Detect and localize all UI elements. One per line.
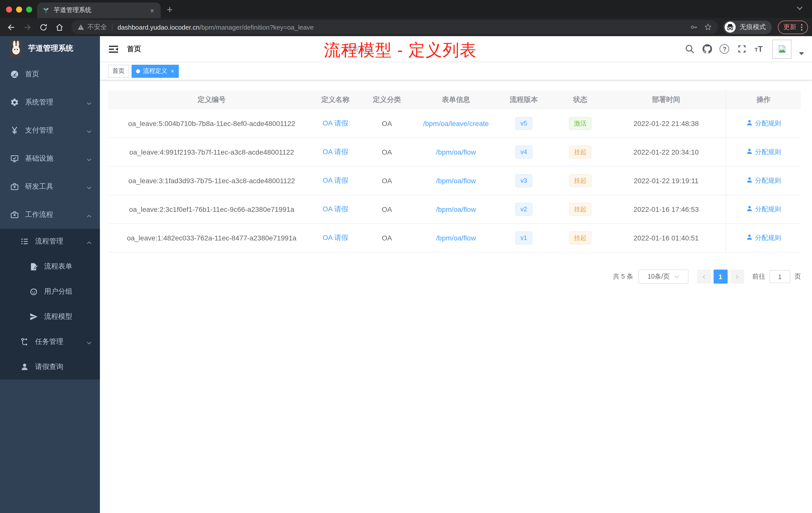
browser-update-button[interactable]: 更新	[778, 20, 808, 34]
form-info-link[interactable]: /bpm/oa/flow	[436, 205, 476, 213]
tag-home[interactable]: 首页	[108, 64, 129, 78]
reload-button[interactable]	[36, 20, 50, 34]
pagination-total: 共 5 条	[613, 272, 633, 281]
user-icon	[20, 362, 29, 371]
table-row: oa_leave:4:991f2193-7b7f-11ec-a3c8-acde4…	[108, 138, 801, 167]
window-close-button[interactable]	[6, 6, 12, 12]
sidebar-fold-icon[interactable]	[108, 43, 119, 55]
sidebar-item-system-management[interactable]: 系统管理	[0, 88, 100, 117]
definition-id-cell: oa_leave:2:3c1f0ef1-76b1-11ec-9c66-a2380…	[108, 205, 315, 213]
assign-rule-link[interactable]: 分配规则	[746, 205, 781, 214]
bookmark-star-icon[interactable]	[704, 23, 712, 31]
user-icon	[746, 148, 753, 156]
version-badge: v3	[516, 174, 532, 187]
status-badge: 挂起	[569, 203, 591, 216]
category-cell: OA	[355, 177, 418, 185]
assign-rule-link[interactable]: 分配规则	[746, 148, 781, 157]
sidebar-item-home[interactable]: 首页	[0, 60, 100, 88]
tag-close-icon[interactable]: ×	[171, 68, 174, 74]
assign-rule-link[interactable]: 分配规则	[746, 119, 781, 128]
form-info-link[interactable]: /bpm/oa/flow	[436, 148, 476, 156]
home-button[interactable]	[52, 20, 66, 34]
goto-page-input[interactable]	[769, 270, 790, 283]
sidebar-item-process-form[interactable]: 流程表单	[0, 254, 100, 279]
assign-rule-label: 分配规则	[755, 148, 781, 157]
security-label: 不安全	[87, 23, 107, 32]
chevron-left-icon	[702, 274, 706, 279]
category-cell: OA	[355, 119, 418, 127]
user-menu-caret-icon[interactable]	[799, 52, 804, 55]
sidebar-item-task-management[interactable]: 任务管理	[0, 329, 100, 354]
next-page-button[interactable]	[730, 270, 744, 283]
category-cell: OA	[355, 234, 418, 242]
monitor-icon	[10, 154, 19, 163]
assign-rule-link[interactable]: 分配规则	[746, 176, 781, 185]
sidebar-item-workflow[interactable]: 工作流程	[0, 201, 100, 229]
status-badge: 挂起	[569, 232, 591, 244]
github-icon	[702, 44, 712, 54]
page-size-select[interactable]: 10条/页	[638, 270, 689, 283]
form-info-link[interactable]: /bpm/oa/flow	[436, 177, 476, 185]
prev-page-button[interactable]	[697, 270, 711, 283]
chevron-down-icon	[86, 156, 92, 161]
browser-menu-icon[interactable]	[801, 24, 803, 30]
tab-close-icon[interactable]: ×	[149, 6, 156, 14]
window-zoom-button[interactable]	[26, 6, 32, 12]
new-tab-button[interactable]: +	[167, 2, 173, 17]
sidebar-item-payment-management[interactable]: 支付管理	[0, 117, 100, 145]
address-divider	[112, 23, 113, 31]
sidebar-item-process-model[interactable]: 流程模型	[0, 304, 100, 329]
sidebar-item-dev-tools[interactable]: 研发工具	[0, 173, 100, 201]
sidebar-item-leave-query[interactable]: 请假查询	[0, 354, 100, 380]
definition-name-link[interactable]: OA 请假	[323, 176, 348, 184]
fullscreen-button[interactable]	[737, 44, 747, 54]
incognito-label: 无痕模式	[740, 23, 766, 32]
form-info-link[interactable]: /bpm/oa/leave/create	[423, 119, 489, 127]
assign-rule-label: 分配规则	[755, 205, 781, 214]
home-icon	[55, 23, 63, 31]
assign-rule-label: 分配规则	[755, 233, 781, 242]
breadcrumb-home[interactable]: 首页	[127, 44, 335, 54]
table-row: oa_leave:3:1fad3d93-7b75-11ec-a3c8-acde4…	[108, 167, 801, 195]
help-icon[interactable]: ?	[720, 44, 729, 54]
sidebar-item-label: 基础设施	[25, 154, 53, 163]
browser-tab-strip: 芋道管理系统 × +	[0, 0, 812, 18]
yen-icon	[10, 126, 19, 135]
form-icon	[29, 262, 38, 271]
search-button[interactable]	[685, 44, 695, 54]
briefcase-icon	[10, 210, 19, 219]
back-button[interactable]	[4, 20, 18, 34]
form-info-link[interactable]: /bpm/oa/flow	[436, 234, 476, 242]
font-size-button[interactable]: TT	[754, 44, 763, 54]
github-link[interactable]	[702, 44, 712, 54]
chevron-down-icon	[86, 339, 92, 344]
sidebar-item-infrastructure[interactable]: 基础设施	[0, 145, 100, 173]
list-icon	[20, 237, 29, 246]
forward-button[interactable]	[20, 20, 34, 34]
tag-process-definition[interactable]: 流程定义 ×	[132, 64, 179, 78]
sidebar-item-user-group[interactable]: 用户分组	[0, 279, 100, 304]
tag-home-label: 首页	[113, 67, 124, 75]
definition-name-link[interactable]: OA 请假	[323, 233, 348, 241]
key-icon[interactable]	[690, 23, 698, 31]
address-bar[interactable]: 不安全 dashboard.yudao.iocoder.cn /bpm/mana…	[71, 20, 718, 34]
sidebar-item-label: 任务管理	[35, 337, 63, 346]
window-minimize-button[interactable]	[16, 6, 22, 12]
browser-toolbar: 不安全 dashboard.yudao.iocoder.cn /bpm/mana…	[0, 18, 812, 36]
select-caret-icon	[674, 275, 679, 278]
forward-arrow-icon	[23, 23, 31, 31]
definition-name-link[interactable]: OA 请假	[323, 119, 348, 127]
browser-tab[interactable]: 芋道管理系统 ×	[37, 2, 161, 18]
page-number-1[interactable]: 1	[713, 270, 727, 283]
sidebar-item-label: 研发工具	[25, 182, 53, 191]
avatar[interactable]	[772, 39, 791, 58]
definition-name-link[interactable]: OA 请假	[323, 205, 348, 213]
assign-rule-link[interactable]: 分配规则	[746, 233, 781, 242]
sidebar-item-process-management[interactable]: 流程管理	[0, 229, 100, 254]
broken-image-icon	[777, 44, 787, 54]
chevron-up-icon	[86, 239, 92, 244]
user-icon	[746, 205, 753, 213]
tab-search-chevron-icon[interactable]	[796, 6, 803, 10]
definition-name-link[interactable]: OA 请假	[323, 148, 348, 156]
definition-id-cell: oa_leave:4:991f2193-7b7f-11ec-a3c8-acde4…	[108, 148, 315, 156]
